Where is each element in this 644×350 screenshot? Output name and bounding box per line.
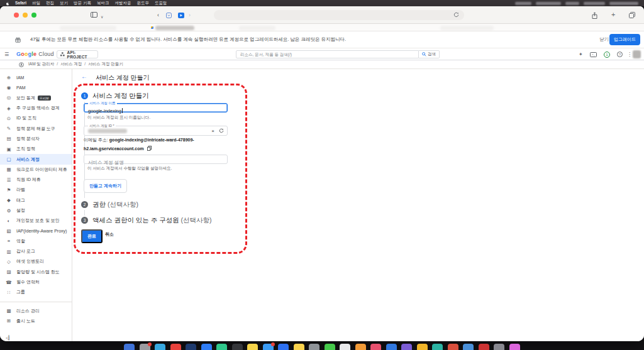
dock-app-6[interactable] (216, 344, 227, 350)
sidebar-item-17[interactable]: ▥감사 로그 (0, 246, 72, 256)
menu-item-2[interactable]: 편집 (46, 1, 54, 6)
google-cloud-logo[interactable]: GoogleCloud (16, 51, 54, 57)
sidebar-chevron-icon[interactable]: ∨ (101, 13, 103, 21)
sidebar-item-14[interactable]: ◐개인정보 보호 및 보안 (0, 216, 72, 226)
dock-app-11[interactable] (294, 344, 304, 350)
dock-app-16[interactable] (370, 344, 381, 350)
sidebar-item-7[interactable]: ▣조직 정책 (0, 144, 72, 154)
collapse-sidebar-icon[interactable]: ◁▏ (0, 335, 72, 341)
blurred-tab-title[interactable] (155, 26, 194, 30)
dock-app-24[interactable] (494, 344, 504, 350)
sidebar-item-15[interactable]: ▧IAP(Identity-Aware Proxy) (0, 226, 72, 236)
more-vert-icon[interactable]: ⋮ (627, 52, 632, 57)
sidebar-item-8[interactable]: ▢서비스 계정 (0, 154, 72, 164)
menu-item-3[interactable]: 보기 (60, 1, 68, 6)
service-account-description-field[interactable]: 서비스 계정 설명 (84, 155, 228, 164)
clear-icon[interactable]: × (211, 128, 214, 134)
tab-overview-icon[interactable] (629, 12, 635, 18)
dock-app-13[interactable] (325, 344, 335, 350)
window-close-button[interactable] (14, 13, 19, 18)
sidebar-item-11[interactable]: ⚑라벨 (0, 185, 72, 195)
menu-item-4[interactable]: 방문 기록 (74, 1, 91, 6)
menu-item-0[interactable]: Safari (15, 1, 26, 6)
sidebar-item-0[interactable]: ⊕IAM (0, 72, 72, 82)
dock-app-3[interactable] (170, 344, 181, 350)
play-extension-icon[interactable] (178, 13, 184, 18)
back-button[interactable]: ‹ (157, 11, 159, 19)
dock-app-4[interactable] (186, 344, 196, 350)
sidebar-item-9[interactable]: ▦워크로드 아이덴티티 제휴 (0, 165, 72, 175)
back-arrow-icon[interactable]: ← (81, 73, 87, 80)
sidebar-item-12[interactable]: ◆태그 (0, 195, 72, 205)
dock-app-9[interactable] (263, 344, 274, 350)
forward-button[interactable]: › (189, 11, 191, 19)
sidebar-item-16[interactable]: ≡역할 (0, 236, 72, 246)
sidebar-toggle-icon[interactable] (91, 12, 97, 18)
sidebar-item-4[interactable]: ⊙ID 및 조직 (0, 113, 72, 123)
dock-app-18[interactable] (401, 344, 412, 350)
project-selector[interactable]: API-PROJECT (57, 50, 98, 58)
cloud-shell-icon[interactable]: >_ (590, 52, 597, 57)
menu-item-5[interactable]: 북마크 (97, 1, 109, 6)
dock-app-7[interactable] (232, 344, 243, 350)
create-and-continue-button[interactable]: 만들고 계속하기 (84, 179, 127, 193)
banner-dismiss-button[interactable]: 닫기 (599, 36, 609, 43)
menu-item-6[interactable]: 개발자용 (114, 1, 131, 6)
window-minimize-button[interactable] (23, 13, 28, 18)
copy-icon[interactable] (147, 146, 152, 151)
dock-app-20[interactable] (432, 344, 443, 350)
dock-app-22[interactable] (463, 344, 474, 350)
sidebar-item-2[interactable]: ◎보안 통계프리뷰 (0, 93, 72, 103)
dock-app-14[interactable] (340, 344, 350, 350)
dock-app-2[interactable] (155, 344, 165, 350)
window-zoom-button[interactable] (31, 13, 36, 18)
upgrade-button[interactable]: 업그레이드 (609, 34, 640, 45)
sidebar-item-10[interactable]: ☰직원 ID 제휴 (0, 175, 72, 185)
step2-title[interactable]: 권한 (선택사항) (92, 200, 138, 209)
breadcrumb-item-1[interactable]: 서비스 계정 (60, 62, 82, 67)
dock-app-25[interactable] (509, 344, 520, 350)
step3-title[interactable]: 액세스 권한이 있는 주 구성원 (선택사항) (92, 216, 212, 225)
name-field-value[interactable]: google-indexing (84, 106, 126, 116)
service-account-id-field[interactable]: 서비스 계정 ID * × (84, 126, 228, 136)
service-account-name-field[interactable]: 서비스 계정 이름 google-indexing (84, 103, 228, 112)
dock-app-21[interactable] (448, 344, 458, 350)
dock-app-15[interactable] (355, 344, 366, 350)
sidebar-item-24[interactable]: ⊞출시 노트 (0, 316, 72, 326)
done-button[interactable]: 완료 (81, 229, 103, 243)
menu-item-7[interactable]: 윈도우 (136, 1, 149, 6)
search-input[interactable] (236, 50, 419, 58)
dock-app-1[interactable] (140, 344, 150, 350)
dock-app-23[interactable] (479, 344, 489, 350)
gemini-sparkle-icon[interactable]: ✦ (579, 52, 583, 57)
menu-item-1[interactable]: 파일 (32, 1, 40, 6)
sidebar-item-13[interactable]: ⚙설정 (0, 205, 72, 216)
dock-app-0[interactable] (124, 344, 135, 350)
sidebar-item-3[interactable]: ◈주 구성원 액세스 경계 (0, 103, 72, 113)
breadcrumb-item-0[interactable]: IAM 및 관리자 (28, 62, 54, 67)
menu-item-8[interactable]: 도움말 (155, 1, 167, 6)
help-icon[interactable]: ? (617, 52, 623, 57)
nav-menu-icon[interactable]: ☰ (4, 52, 9, 57)
pocket-extension-icon[interactable] (166, 13, 172, 18)
dock-app-10[interactable] (278, 344, 289, 350)
dock-app-17[interactable] (386, 344, 397, 350)
sidebar-item-19[interactable]: ▨할당량 및 시스템 한도 (0, 267, 72, 277)
sidebar-item-18[interactable]: ◇애셋 인벤토리 (0, 256, 72, 266)
address-bar[interactable] (214, 10, 464, 20)
search-button[interactable]: 검색 (419, 50, 440, 58)
cancel-button[interactable]: 취소 (105, 231, 114, 238)
dock-app-12[interactable] (309, 344, 319, 350)
new-tab-icon[interactable]: + (611, 11, 615, 18)
share-icon[interactable] (592, 12, 597, 19)
dock-app-19[interactable] (417, 344, 428, 350)
dock-app-8[interactable] (247, 344, 258, 350)
apple-logo-icon[interactable] (6, 1, 9, 6)
reload-icon[interactable] (453, 12, 459, 18)
sidebar-item-5[interactable]: ✎정책 문제 해결 도구 (0, 123, 72, 133)
dock-app-5[interactable] (201, 344, 212, 350)
sidebar-item-21[interactable]: ∷그룹 (0, 287, 72, 297)
trial-status-badge[interactable]: 1 (604, 52, 610, 58)
sidebar-item-20[interactable]: ☎필수 연락처 (0, 277, 72, 287)
sidebar-item-6[interactable]: ▤정책 분석자 (0, 134, 72, 144)
